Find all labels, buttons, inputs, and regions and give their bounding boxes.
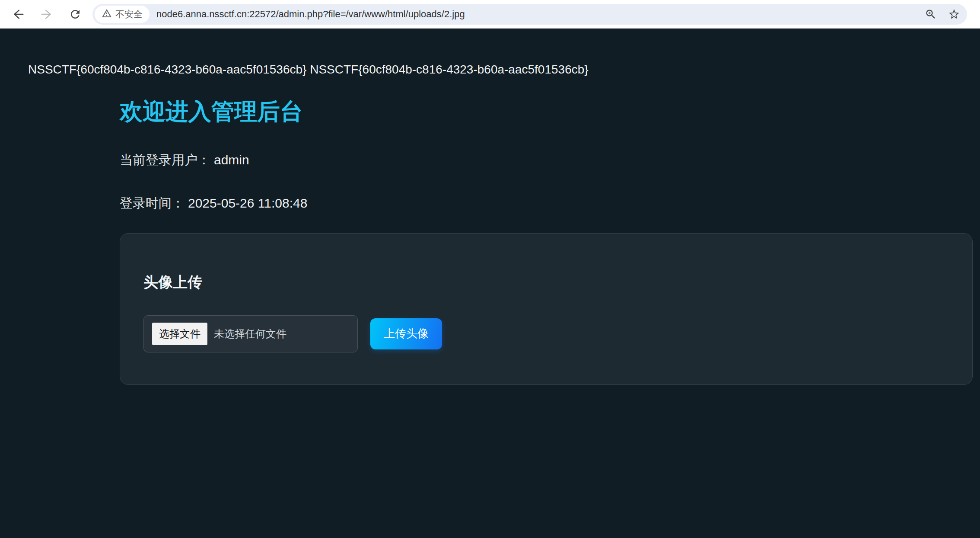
login-time-line: 登录时间：2025-05-26 11:08:48 (120, 195, 974, 211)
back-button[interactable] (7, 3, 29, 26)
zoom-indicator-icon[interactable] (925, 8, 937, 20)
login-time-label: 登录时间： (120, 196, 185, 210)
security-label: 不安全 (115, 8, 143, 20)
forward-arrow-icon (40, 7, 54, 21)
upload-row: 选择文件 未选择任何文件 上传头像 (143, 315, 949, 352)
no-file-selected-text: 未选择任何文件 (214, 327, 286, 341)
page-content: NSSCTF{60cf804b-c816-4323-b60a-aac5f0153… (0, 29, 980, 538)
avatar-upload-title: 头像上传 (143, 272, 949, 291)
browser-toolbar: 不安全 node6.anna.nssctf.cn:22572/admin.php… (0, 0, 980, 29)
forward-button[interactable] (35, 3, 58, 26)
choose-file-button[interactable]: 选择文件 (152, 323, 207, 345)
upload-avatar-button[interactable]: 上传头像 (370, 318, 442, 349)
browser-nav-buttons (0, 3, 86, 26)
main-content: 欢迎进入管理后台 当前登录用户：admin 登录时间：2025-05-26 11… (120, 99, 974, 385)
login-time-value: 2025-05-26 11:08:48 (188, 196, 307, 210)
file-input[interactable]: 选择文件 未选择任何文件 (143, 315, 358, 352)
bookmark-star-icon[interactable] (948, 8, 960, 20)
flag-text: NSSCTF{60cf804b-c816-4323-b60a-aac5f0153… (0, 29, 980, 77)
reload-icon (69, 8, 82, 21)
current-user-value: admin (214, 153, 249, 167)
current-user-line: 当前登录用户：admin (120, 151, 974, 168)
omnibox-right-icons (925, 8, 960, 20)
page-title: 欢迎进入管理后台 (120, 99, 974, 125)
address-bar[interactable]: 不安全 node6.anna.nssctf.cn:22572/admin.php… (92, 4, 967, 25)
security-chip[interactable]: 不安全 (95, 6, 150, 23)
warning-triangle-icon (102, 8, 112, 20)
reload-button[interactable] (64, 3, 86, 26)
avatar-upload-card: 头像上传 选择文件 未选择任何文件 上传头像 (120, 233, 973, 385)
current-user-label: 当前登录用户： (120, 153, 210, 167)
url-text: node6.anna.nssctf.cn:22572/admin.php?fil… (156, 9, 465, 20)
back-arrow-icon (11, 7, 25, 21)
